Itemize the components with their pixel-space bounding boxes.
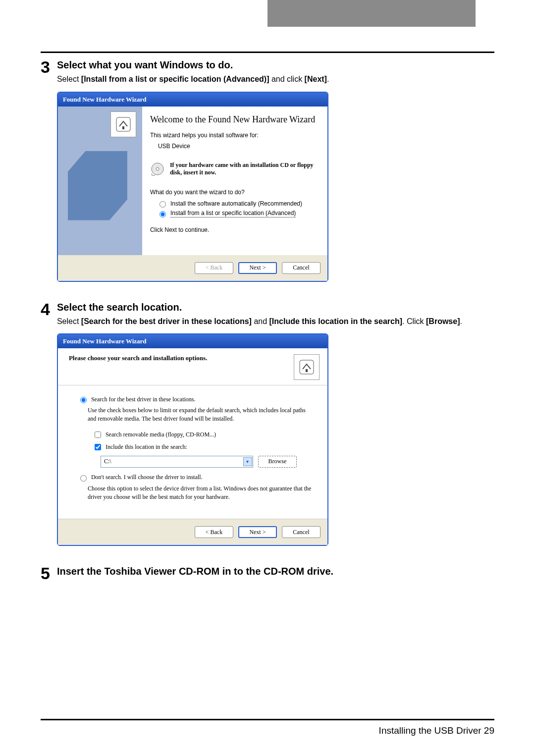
wizard-1: Found New Hardware Wizard Welcome to the… <box>57 92 328 282</box>
svg-rect-1 <box>122 126 124 129</box>
header-tab <box>268 0 476 27</box>
cd-hint-text: If your hardware came with an installati… <box>170 162 320 177</box>
s4c: and <box>252 317 269 325</box>
radio-auto[interactable]: Install the software automatically (Reco… <box>157 200 320 208</box>
svg-point-3 <box>156 167 159 170</box>
hardware-icon <box>110 111 136 137</box>
wizard-1-footer: < Back Next > Cancel <box>58 255 327 281</box>
hardware-icon-small <box>294 354 320 380</box>
wizard-2-footer: < Back Next > Cancel <box>58 519 327 545</box>
radio-advanced-label: Install from a list or specific location… <box>170 210 296 217</box>
step-4-desc: Select [Search for the best driver in th… <box>57 316 494 327</box>
step-3: 3 Select what you want Windows to do. Se… <box>41 59 494 282</box>
step-number-3: 3 <box>41 58 50 282</box>
radio-auto-label: Install the software automatically (Reco… <box>170 200 302 207</box>
next-button[interactable]: Next > <box>238 262 277 274</box>
radio-auto-input[interactable] <box>160 201 166 208</box>
chk-removable-label: Search removable media (floppy, CD-ROM..… <box>106 431 216 438</box>
step-3-desc-b: [Install from a list or specific locatio… <box>81 75 269 83</box>
decorative-shape <box>68 151 127 220</box>
radio-advanced-input[interactable] <box>160 211 166 217</box>
wizard-click-next: Click Next to continue. <box>150 226 320 233</box>
path-input[interactable] <box>101 456 253 468</box>
rule-top <box>41 52 494 53</box>
step-4: 4 Select the search location. Select [Se… <box>41 302 494 546</box>
cancel-button[interactable]: Cancel <box>282 262 321 274</box>
s4d: [Include this location in the search] <box>269 317 402 325</box>
wizard-device: USB Device <box>158 143 320 150</box>
s4g: . <box>460 317 462 325</box>
s4f: [Browse] <box>426 317 460 325</box>
wizard-welcome: Welcome to the Found New Hardware Wizard <box>150 114 320 125</box>
radio-dont-search[interactable]: Don't search. I will choose the driver t… <box>78 474 313 482</box>
s4a: Select <box>57 317 81 325</box>
search-desc: Use the check boxes below to limit or ex… <box>88 406 313 423</box>
step-3-desc-c: and click <box>269 75 304 83</box>
s4b: [Search for the best driver in these loc… <box>81 317 252 325</box>
chevron-down-icon[interactable]: ▾ <box>243 457 252 466</box>
step-3-desc-e: . <box>327 75 329 83</box>
path-field[interactable]: ▾ <box>101 456 253 468</box>
step-3-desc-a: Select <box>57 75 81 83</box>
step-number-5: 5 <box>41 565 50 582</box>
chk-removable[interactable]: Search removable media (floppy, CD-ROM..… <box>93 430 313 439</box>
cd-hint: If your hardware came with an installati… <box>150 162 320 177</box>
wizard-2-header: Please choose your search and installati… <box>69 354 294 362</box>
s4e: . Click <box>402 317 426 325</box>
wizard-question: What do you want the wizard to do? <box>150 189 320 196</box>
wizard-2: Found New Hardware Wizard Please choose … <box>57 333 328 546</box>
wizard-2-titlebar: Found New Hardware Wizard <box>58 334 327 348</box>
radio-search-input[interactable] <box>80 397 87 403</box>
step-3-title: Select what you want Windows to do. <box>57 59 494 71</box>
step-5: 5 Insert the Toshiba Viewer CD-ROM in to… <box>41 566 494 582</box>
step-5-title: Insert the Toshiba Viewer CD-ROM in to t… <box>57 566 494 577</box>
chk-include[interactable]: Include this location in the search: <box>93 442 313 452</box>
radio-search[interactable]: Search for the best driver in these loca… <box>78 395 313 403</box>
back-button: < Back <box>195 262 233 274</box>
wizard-helps: This wizard helps you install software f… <box>150 132 320 139</box>
footer-text: Installing the USB Driver 29 <box>379 725 494 736</box>
radio-dont-search-label: Don't search. I will choose the driver t… <box>91 474 203 481</box>
step-number-4: 4 <box>41 301 50 546</box>
wizard-1-titlebar: Found New Hardware Wizard <box>58 93 327 107</box>
radio-advanced[interactable]: Install from a list or specific location… <box>157 210 320 217</box>
step-4-title: Select the search location. <box>57 302 494 313</box>
next-button-2[interactable]: Next > <box>238 526 277 538</box>
cancel-button-2[interactable]: Cancel <box>282 526 321 538</box>
chk-removable-input[interactable] <box>95 432 101 438</box>
wizard-side-panel <box>58 107 142 255</box>
cd-icon <box>150 162 165 176</box>
radio-search-label: Search for the best driver in these loca… <box>91 396 196 403</box>
page-footer: Installing the USB Driver 29 <box>41 719 494 736</box>
chk-include-input[interactable] <box>95 444 101 450</box>
svg-rect-5 <box>306 369 308 372</box>
step-3-desc-d: [Next] <box>305 75 327 83</box>
back-button-2[interactable]: < Back <box>195 526 233 538</box>
step-3-desc: Select [Install from a list or specific … <box>57 74 494 85</box>
dont-search-desc: Choose this option to select the device … <box>88 485 313 501</box>
radio-dont-search-input[interactable] <box>80 475 87 482</box>
chk-include-label: Include this location in the search: <box>106 443 187 451</box>
browse-button[interactable]: Browse <box>258 456 297 468</box>
